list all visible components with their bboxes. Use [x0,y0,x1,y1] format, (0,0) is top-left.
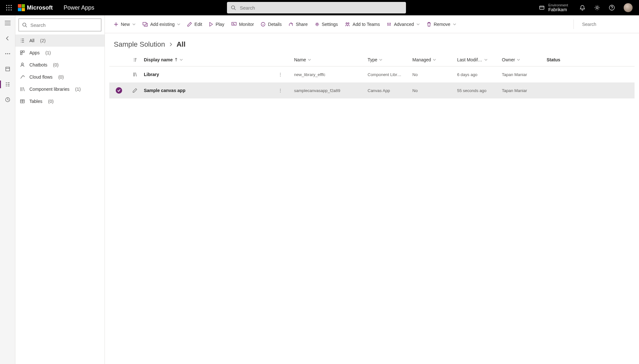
more-horizontal-icon [5,53,10,54]
column-label: Owner [502,57,515,62]
svg-point-4 [8,7,9,8]
svg-rect-25 [20,51,22,52]
microsoft-logo[interactable]: Microsoft [18,4,53,11]
gear-icon[interactable] [594,5,600,11]
row-more-button[interactable]: ⋮ [278,88,283,93]
svg-point-35 [348,23,349,24]
rail-menu-toggle[interactable] [0,19,15,27]
chevron-down-icon [453,23,456,26]
sidebar-item-label: Tables [29,99,42,104]
settings-button[interactable]: Settings [312,19,341,30]
rail-back[interactable] [0,34,15,43]
share-button[interactable]: Share [285,19,311,30]
sidebar-item-count: (1) [45,50,51,55]
svg-point-33 [316,23,318,25]
chatbot-icon [20,62,25,67]
column-header-status[interactable]: Status [544,57,576,62]
history-icon [5,97,10,102]
row-type-icon-cell [129,88,141,93]
add-existing-button[interactable]: Add existing [139,19,183,30]
share-icon [289,22,293,27]
list-tree-icon [5,82,10,87]
row-more-button[interactable]: ⋮ [278,72,283,77]
cmd-label: Monitor [239,22,254,27]
sidebar-item-label: All [29,38,35,43]
avatar[interactable] [624,3,633,12]
sidebar-item-all[interactable]: All (2) [15,35,105,47]
breadcrumb-parent[interactable]: Sample Solution [114,40,165,49]
svg-point-1 [8,5,9,6]
svg-point-12 [596,7,598,9]
environment-name: Fabrikam [548,7,567,12]
edit-button[interactable]: Edit [184,19,205,30]
environment-picker[interactable]: Environment Fabrikam [539,3,568,12]
svg-rect-21 [6,67,10,71]
column-header-name[interactable]: Name [292,57,365,62]
column-label: Status [547,57,560,62]
svg-point-20 [9,53,10,54]
sidebar-search-input[interactable] [30,22,98,28]
column-header-modified[interactable]: Last Modif… [455,57,499,62]
row-selected-check[interactable] [116,87,122,94]
cmd-label: Details [268,22,282,27]
row-displayname[interactable]: Sample canvas app [144,88,185,93]
svg-point-34 [346,23,347,24]
new-button[interactable]: New [111,19,139,30]
library-icon [133,72,137,77]
chevron-down-icon [433,58,436,61]
notifications-icon[interactable] [580,5,585,11]
table-row[interactable]: Sample canvas app ⋮ samplecanvasapp_f2a8… [109,82,635,98]
global-search[interactable] [227,2,406,13]
column-header-type[interactable]: Type [365,57,410,62]
help-icon[interactable] [609,5,615,11]
global-search-input[interactable] [239,5,402,11]
monitor-button[interactable]: Monitor [228,19,257,30]
column-header-managed[interactable]: Managed [410,57,455,62]
rail-more[interactable] [0,49,15,58]
chevron-down-icon [417,23,420,26]
sidebar-item-label: Component libraries [29,87,69,92]
column-header-icon[interactable] [129,58,141,62]
row-displayname[interactable]: Library [144,72,159,77]
add-existing-icon [143,22,148,27]
play-button[interactable]: Play [206,19,227,30]
sidebar-item-apps[interactable]: Apps (1) [15,47,105,59]
svg-rect-26 [23,51,24,52]
sidebar-item-count: (0) [53,62,58,67]
sidebar-item-chatbots[interactable]: Chatbots (0) [15,59,105,71]
chevron-down-icon [308,58,311,61]
sidebar-item-tables[interactable]: Tables (0) [15,95,105,107]
svg-point-23 [23,23,26,26]
svg-point-7 [8,9,9,10]
table-row[interactable]: Library ⋮ new_library_efffc Component Li… [109,66,635,82]
app-launcher-button[interactable] [1,5,17,11]
flow-icon [20,74,25,80]
svg-rect-27 [20,53,22,55]
rail-history[interactable] [0,95,15,104]
edit-icon [133,88,137,93]
rail-objects[interactable] [0,65,15,74]
svg-point-28 [21,63,23,65]
sidebar-item-componentlibs[interactable]: Component libraries (1) [15,83,105,95]
rail-solution-explorer[interactable] [0,80,15,89]
add-to-teams-button[interactable]: Add to Teams [342,19,383,30]
commandbar-search-input[interactable] [581,21,639,27]
commandbar-search[interactable] [576,21,633,27]
teams-icon [345,22,350,27]
chevron-right-icon [169,43,173,46]
column-label: Managed [412,57,431,62]
advanced-button[interactable]: Advanced [384,19,423,30]
column-header-owner[interactable]: Owner [499,57,544,62]
sidebar-search[interactable] [19,19,101,31]
chevron-down-icon [132,23,136,26]
objects-icon [5,66,10,72]
svg-point-6 [6,9,7,10]
svg-point-2 [11,5,12,6]
column-header-displayname[interactable]: Display name [141,57,276,62]
app-name-label[interactable]: Power Apps [64,4,94,11]
info-icon [261,22,265,27]
sidebar-item-cloudflows[interactable]: Cloud flows (0) [15,71,105,83]
remove-button[interactable]: Remove [424,19,459,30]
advanced-icon [387,22,391,27]
details-button[interactable]: Details [258,19,285,30]
